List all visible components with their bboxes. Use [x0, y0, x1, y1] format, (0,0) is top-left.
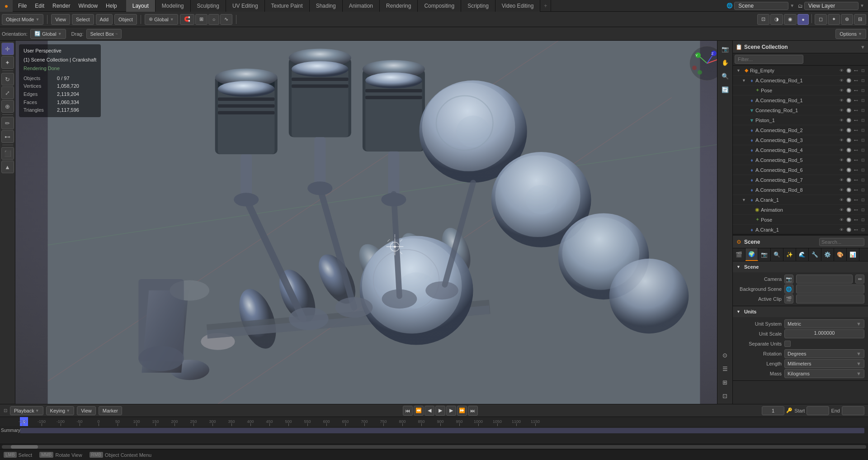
visibility-btn[interactable]: ⊡ — [860, 87, 866, 94]
tree-item[interactable]: ♦A.Connecting_Rod_4👁🔘⊷⊡ — [733, 145, 868, 155]
frame-end-input[interactable]: 1152 — [842, 406, 864, 415]
rt-prop2[interactable]: ☰ — [719, 362, 731, 375]
visibility-btn[interactable]: 🔘 — [845, 147, 852, 153]
tree-item[interactable]: ♦A.Connecting_Rod_2👁🔘⊷⊡ — [733, 125, 868, 135]
tab-layout[interactable]: Layout — [126, 0, 156, 12]
overlays-btn[interactable]: ⊛ — [841, 14, 853, 25]
visibility-btn[interactable]: ⊷ — [853, 117, 859, 123]
playback-menu[interactable]: Playback ▼ — [10, 406, 43, 415]
visibility-btn[interactable]: ⊷ — [853, 67, 859, 74]
viewport-shading-material[interactable]: ◉ — [784, 14, 797, 25]
visibility-btn[interactable]: 🔘 — [845, 87, 852, 94]
menu-render[interactable]: Render — [49, 2, 74, 10]
visibility-btn[interactable]: ⊡ — [860, 77, 866, 84]
viewport-shading-render[interactable]: ● — [797, 14, 809, 25]
add-cube[interactable]: ⬛ — [1, 147, 14, 160]
visibility-btn[interactable]: 🔘 — [845, 117, 852, 123]
cursor-tool[interactable]: ✛ — [1, 43, 14, 55]
visibility-btn[interactable]: ⊡ — [860, 117, 866, 123]
visibility-btn[interactable]: 👁 — [838, 107, 844, 114]
visibility-btn[interactable]: ⊡ — [860, 67, 866, 74]
tree-item[interactable]: ♦A.Connecting_Rod_8👁🔘⊷⊡ — [733, 185, 868, 195]
annotate-tool[interactable]: ✏ — [1, 117, 14, 129]
tree-item[interactable]: ▼◆Rig_Empty👁🔘⊷⊡ — [733, 66, 868, 76]
visibility-btn[interactable]: ⊷ — [853, 197, 859, 203]
frames-ruler[interactable]: 1 -200-150-100-5005010015020025030035040… — [0, 417, 868, 426]
viewport[interactable]: .grid-line { stroke: rgba(255,100,100,0.… — [15, 41, 732, 404]
visibility-btn[interactable]: ⊡ — [860, 157, 866, 163]
tree-item[interactable]: ✦Pose👁🔘⊷⊡ — [733, 215, 868, 225]
camera-edit-btn[interactable]: ✏ — [855, 275, 864, 284]
visibility-btn[interactable]: ⊷ — [853, 217, 859, 223]
render-region-btn[interactable]: ⊟ — [854, 14, 866, 25]
visibility-btn[interactable]: 👁 — [838, 97, 844, 104]
expand-arrow[interactable]: ▼ — [742, 198, 748, 202]
tree-item[interactable]: ✦Pose👁🔘⊷⊡ — [733, 85, 868, 95]
add-workspace-tab[interactable]: + — [540, 0, 551, 12]
drag-selector[interactable]: Select Box ~ — [86, 29, 122, 39]
visibility-btn[interactable]: ⊷ — [853, 157, 859, 163]
transform-tool[interactable]: ⊕ — [1, 100, 14, 113]
visibility-btn[interactable]: ⊡ — [860, 107, 866, 114]
options-btn[interactable]: Options ▼ — [835, 29, 866, 39]
curve-btn[interactable]: ∿ — [220, 14, 232, 25]
rt-orbit[interactable]: 🔄 — [719, 83, 731, 96]
visibility-btn[interactable]: 👁 — [838, 197, 844, 203]
add-menu[interactable]: Add — [96, 14, 113, 25]
timeline-scrollbar[interactable] — [2, 445, 866, 449]
prop-tab-physics[interactable]: 🎨 — [834, 248, 847, 261]
visibility-btn[interactable]: 🔘 — [845, 207, 852, 213]
visibility-btn[interactable]: 🔘 — [845, 127, 852, 133]
object-menu[interactable]: Object — [114, 14, 137, 25]
current-frame-input[interactable]: 1 — [762, 406, 784, 415]
menu-window[interactable]: Window — [75, 2, 101, 10]
orientation-selector[interactable]: 🔄 Global ▼ — [30, 29, 66, 39]
unit-scale-input[interactable]: 1.000000 — [784, 329, 864, 338]
tree-item[interactable]: ♦A.Connecting_Rod_7👁🔘⊷⊡ — [733, 175, 868, 185]
view-menu-tl[interactable]: View — [77, 406, 96, 415]
visibility-btn[interactable]: ⊷ — [853, 87, 859, 94]
tab-sculpting[interactable]: Sculpting — [191, 0, 226, 12]
visibility-btn[interactable]: ⊷ — [853, 167, 859, 173]
view-menu[interactable]: View — [51, 14, 70, 25]
visibility-btn[interactable]: 👁 — [838, 157, 844, 163]
visibility-btn[interactable]: 🔘 — [845, 157, 852, 163]
select-menu[interactable]: Select — [72, 14, 94, 25]
rotate-tool[interactable]: ↻ — [1, 73, 14, 85]
visibility-btn[interactable]: 🔘 — [845, 137, 852, 143]
mode-selector[interactable]: Object Mode ▼ — [2, 14, 43, 25]
tab-compositing[interactable]: Compositing — [418, 0, 461, 12]
jump-prev-keyframe[interactable]: ⏪ — [414, 406, 424, 416]
visibility-btn[interactable]: ⊷ — [853, 97, 859, 104]
camera-icon-btn[interactable]: 📷 — [784, 275, 793, 284]
prop-tab-view-layer[interactable]: 📷 — [758, 248, 771, 261]
jump-next-keyframe[interactable]: ⏩ — [457, 406, 467, 416]
viewport-shading-wire[interactable]: ⊡ — [757, 14, 769, 25]
outliner-search-input[interactable] — [735, 55, 803, 64]
visibility-btn[interactable]: 👁 — [838, 227, 844, 233]
visibility-btn[interactable]: 🔘 — [845, 167, 852, 173]
viewport-shading-solid[interactable]: ◑ — [770, 14, 783, 25]
rt-prop1[interactable]: ⊙ — [719, 349, 731, 361]
menu-help[interactable]: Help — [102, 2, 121, 10]
visibility-btn[interactable]: ⊷ — [853, 147, 859, 153]
scene-name[interactable]: Scene — [734, 2, 788, 10]
visibility-btn[interactable]: ⊡ — [860, 217, 866, 223]
grid-snap-btn[interactable]: ⊞ — [195, 14, 208, 25]
prop-tab-constraints[interactable]: 📊 — [847, 248, 859, 261]
visibility-btn[interactable]: 🔘 — [845, 177, 852, 183]
tree-item[interactable]: ◉Animation👁🔘⊷⊡ — [733, 205, 868, 215]
rotation-dropdown[interactable]: Degrees ▼ — [784, 349, 864, 358]
visibility-btn[interactable]: ⊡ — [860, 227, 866, 233]
rt-prop4[interactable]: ⊡ — [719, 389, 731, 402]
tab-uv-editing[interactable]: UV Editing — [226, 0, 265, 12]
camera-value[interactable] — [796, 275, 853, 284]
visibility-btn[interactable]: ⊡ — [860, 167, 866, 173]
tab-scripting[interactable]: Scripting — [461, 0, 495, 12]
prop-tab-output[interactable]: 🌍 — [745, 248, 758, 261]
rt-prop3[interactable]: ⊞ — [719, 376, 731, 389]
visibility-btn[interactable]: ⊡ — [860, 187, 866, 193]
tab-modeling[interactable]: Modeling — [156, 0, 191, 12]
visibility-btn[interactable]: 🔘 — [845, 97, 852, 104]
prop-tab-modifier[interactable]: 🔧 — [809, 248, 821, 261]
